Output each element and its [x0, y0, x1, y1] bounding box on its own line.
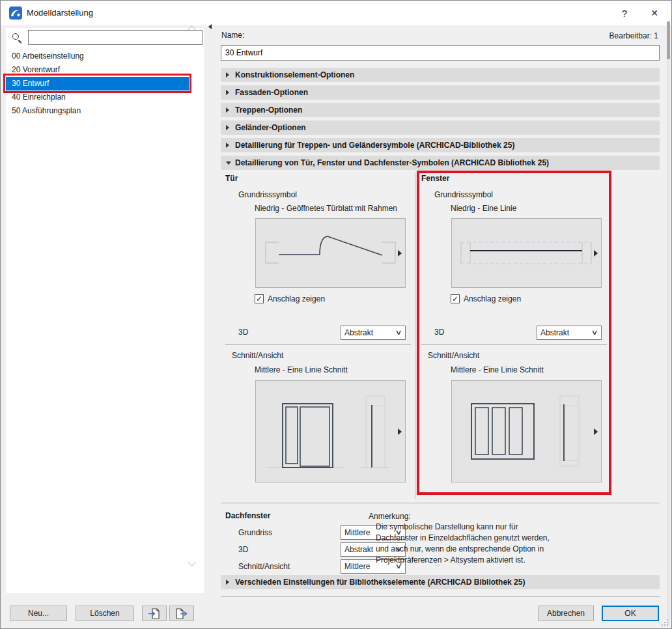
roof-3d-label: 3D — [238, 545, 248, 554]
chevron-down-icon — [226, 161, 231, 165]
combo-value: Mittlere — [344, 528, 370, 537]
accordion-label: Fassaden-Optionen — [235, 88, 308, 97]
door-plan-detail-label: Niedrig - Geöffnetes Türblatt mit Rahmen — [255, 204, 397, 213]
combo-value: Abstrakt — [540, 328, 569, 337]
import-icon — [148, 608, 161, 619]
export-icon — [175, 608, 188, 619]
preview-picker-icon[interactable] — [398, 250, 402, 257]
window-show-jamb-row[interactable]: ✓ Anschlag zeigen — [451, 294, 521, 303]
name-label: Name: — [221, 31, 244, 40]
door-section-label: Schnitt/Ansicht — [232, 351, 283, 360]
note-title: Anmerkung: — [369, 512, 411, 521]
accordion-detail-tuer-fenster[interactable]: Detaillierung von Tür, Fenster und Dachf… — [221, 156, 660, 170]
column-divider — [415, 173, 415, 499]
checkbox-checked-icon[interactable]: ✓ — [255, 294, 264, 303]
preview-picker-icon[interactable] — [594, 428, 598, 435]
window-show-jamb-label: Anschlag zeigen — [464, 294, 521, 303]
roof-window-title: Dachfenster — [225, 511, 270, 520]
vertical-scrollbar[interactable] — [667, 21, 670, 624]
note-line: Die symbolische Darstellung kann nur für — [376, 522, 550, 533]
note-line: Dachfenster in Einzeldachflächen genutzt… — [376, 533, 550, 544]
accordion-label: Treppen-Optionen — [235, 105, 302, 115]
section-separator — [221, 503, 660, 503]
window-section-preview[interactable] — [451, 380, 602, 482]
list-item[interactable]: 40 Einreichplan — [6, 91, 204, 104]
door-section-detail-label: Mittlere - Eine Linie Schnitt — [255, 365, 348, 374]
roof-section-label: Schnitt/Ansicht — [238, 562, 290, 571]
accordion-label: Detaillierung für Treppen- und Geländers… — [235, 141, 514, 150]
preset-list-panel: 00 Arbeitseinstellung 20 Vorentwurf 30 E… — [6, 28, 204, 593]
accordion-gelaender[interactable]: Geländer-Optionen — [221, 120, 660, 135]
chevron-down-icon: ∨ — [591, 328, 598, 337]
accordion-label: Verschieden Einstellungen für Bibliothek… — [235, 578, 525, 587]
window-section-detail-label: Mittlere - Eine Linie Schnitt — [451, 365, 544, 374]
chevron-right-icon — [226, 107, 229, 113]
cancel-button[interactable]: Abbrechen — [538, 606, 594, 621]
close-button[interactable]: ✕ — [640, 1, 669, 25]
door-plan-label: Grundrisssymbol — [238, 190, 297, 199]
export-button[interactable] — [169, 606, 194, 621]
window-section-label: Schnitt/Ansicht — [428, 351, 479, 360]
door-plan-preview[interactable] — [255, 218, 406, 288]
accordion-label: Konstruktionselement-Optionen — [235, 70, 354, 79]
door-column-title: Tür — [225, 174, 238, 183]
roof-plan-label: Grundriss — [238, 528, 272, 537]
accordion-label: Detaillierung von Tür, Fenster und Dachf… — [235, 158, 549, 167]
import-button[interactable] — [142, 606, 167, 621]
window-3d-combo[interactable]: Abstrakt ∨ — [537, 326, 602, 340]
door-show-jamb-label: Anschlag zeigen — [268, 294, 325, 303]
door-show-jamb-row[interactable]: ✓ Anschlag zeigen — [255, 294, 325, 303]
accordion-label: Geländer-Optionen — [235, 123, 306, 132]
footer-separator — [221, 596, 660, 597]
note-line: Projektpräferenzen > Altsystem aktiviert… — [376, 555, 550, 566]
accordion-fassaden[interactable]: Fassaden-Optionen — [221, 85, 660, 100]
list-item[interactable]: 20 Vorentwurf — [6, 63, 204, 77]
door-separator — [225, 344, 411, 345]
combo-value: Abstrakt — [344, 328, 373, 337]
note-line: und auch nur, wenn die entsprechende Opt… — [376, 544, 550, 555]
accordion-verschieden-einstellungen[interactable]: Verschieden Einstellungen für Bibliothek… — [221, 575, 660, 589]
door-3d-combo[interactable]: Abstrakt ∨ — [341, 326, 406, 340]
checkbox-checked-icon[interactable]: ✓ — [451, 294, 460, 303]
combo-value: Abstrakt — [344, 545, 373, 554]
preview-picker-icon[interactable] — [398, 428, 402, 435]
help-button[interactable]: ? — [610, 1, 639, 25]
preset-list: 00 Arbeitseinstellung 20 Vorentwurf 30 E… — [6, 49, 204, 118]
door-section-preview[interactable] — [255, 380, 406, 482]
chevron-right-icon — [226, 72, 229, 77]
search-input[interactable] — [28, 30, 203, 45]
combo-value: Mittlere — [344, 562, 370, 571]
title-bar[interactable]: Modelldarstellung ? ✕ — [1, 1, 671, 25]
accordion-konstruktionselement[interactable]: Konstruktionselement-Optionen — [221, 68, 660, 82]
window-column-title: Fenster — [421, 174, 449, 183]
accordion-detail-treppen-gelaender[interactable]: Detaillierung für Treppen- und Geländers… — [221, 138, 660, 152]
modelldarstellung-dialog: Modelldarstellung ? ✕ 00 Arbeitseinstell… — [0, 0, 672, 629]
note-text: Die symbolische Darstellung kann nur für… — [376, 522, 550, 566]
chevron-down-icon: ∨ — [395, 328, 402, 337]
collapse-panel-icon[interactable] — [208, 24, 212, 29]
chevron-right-icon — [226, 580, 229, 585]
name-input[interactable] — [221, 45, 660, 61]
chevron-right-icon — [226, 125, 229, 130]
list-item[interactable]: 00 Arbeitseinstellung — [6, 49, 204, 63]
new-button[interactable]: Neu... — [10, 606, 67, 621]
dialog-title: Modelldarstellung — [27, 8, 93, 18]
search-icon — [11, 32, 23, 44]
chevron-right-icon — [226, 143, 229, 148]
window-plan-label: Grundrisssymbol — [434, 190, 493, 199]
list-item[interactable]: 50 Ausführungsplan — [6, 104, 204, 118]
window-separator — [421, 344, 607, 345]
ok-button[interactable]: OK — [602, 606, 659, 621]
archicad-logo-icon — [9, 7, 22, 20]
resize-grip-icon[interactable] — [662, 619, 669, 626]
window-3d-label: 3D — [434, 328, 444, 337]
window-plan-preview[interactable] — [451, 218, 602, 288]
accordion-treppen[interactable]: Treppen-Optionen — [221, 103, 660, 117]
door-3d-label: 3D — [238, 328, 248, 337]
delete-button[interactable]: Löschen — [76, 606, 134, 621]
scrollbar-thumb[interactable] — [667, 21, 670, 59]
chevron-right-icon — [226, 90, 229, 95]
list-item-selected[interactable]: 30 Entwurf — [6, 77, 189, 91]
preview-picker-icon[interactable] — [594, 250, 598, 257]
editable-count-label: Bearbeitbar: 1 — [609, 31, 658, 40]
